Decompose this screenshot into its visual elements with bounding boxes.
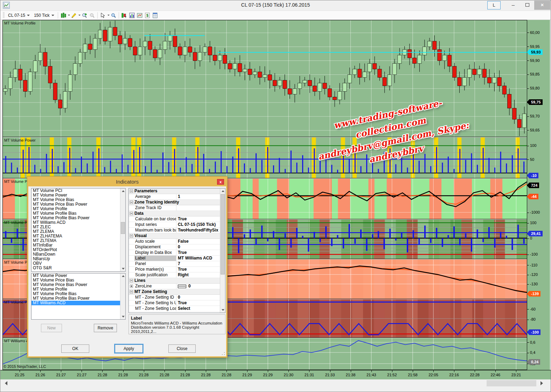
time-label: 21:27: [77, 373, 87, 377]
property-row[interactable]: Scale justificationRight: [129, 272, 225, 278]
list-scrollbar[interactable]: [120, 188, 125, 271]
price-marker: -10: [527, 173, 538, 178]
price-marker: -139: [527, 291, 540, 297]
search-icon[interactable]: [110, 12, 117, 19]
horizontal-scrollbar[interactable]: [0, 379, 551, 387]
new-button[interactable]: New: [41, 324, 62, 332]
snapshot-icon[interactable]: [136, 12, 144, 19]
instrument-selector[interactable]: CL 07-15: [6, 12, 32, 19]
property-category[interactable]: Parameters: [129, 188, 225, 194]
time-label: 21:27: [56, 373, 66, 377]
property-category[interactable]: Visual: [129, 233, 225, 239]
time-label: 21:28: [180, 373, 190, 377]
list-item[interactable]: OTG S&R: [32, 266, 125, 270]
minimize-button[interactable]: –: [506, 1, 520, 10]
axis-tick: -130: [527, 282, 538, 286]
copyright-text: © 2015 NinjaTrader, LLC: [4, 364, 46, 369]
time-label: 22:28: [470, 373, 480, 377]
zoom-in-icon[interactable]: [81, 12, 88, 19]
time-label: 21:28: [98, 373, 107, 377]
property-category[interactable]: Lines: [129, 278, 225, 284]
axis-tick: -60: [527, 307, 536, 311]
property-row[interactable]: Auto scaleFalse: [129, 239, 225, 244]
axis-tick: 59,70: [527, 114, 540, 118]
property-row[interactable]: Price marker(s)True: [129, 267, 225, 272]
property-row[interactable]: MT - Zone Setting LoaSelect: [129, 306, 225, 312]
price-marker: 29,41: [527, 231, 543, 236]
time-tick: [20, 370, 20, 372]
dialog-close-button[interactable]: x: [217, 179, 224, 185]
time-tick: [226, 370, 227, 372]
drawing-tools-icon[interactable]: [70, 12, 78, 19]
toolbar-grip[interactable]: [3, 12, 5, 19]
property-row[interactable]: Average1: [129, 194, 225, 200]
property-row[interactable]: Zone Track ID: [129, 205, 225, 211]
property-row[interactable]: MT - Zone Setting Is UTrue: [129, 300, 225, 306]
volume-bars-icon[interactable]: [128, 12, 136, 19]
axis-tick: 59,90: [527, 58, 540, 63]
price-marker: 724: [527, 183, 539, 188]
list-item[interactable]: NBarsUp: [32, 257, 125, 261]
indicator-description: Label MicroTrends Williams ACD - William…: [128, 314, 225, 334]
zoom-out-icon[interactable]: [88, 12, 96, 19]
price-marker: 59,75: [527, 99, 543, 105]
time-tick: [206, 370, 206, 372]
property-row[interactable]: Calculate on bar closeTrue: [129, 216, 225, 222]
property-category[interactable]: MT Zone Setting: [129, 289, 225, 295]
property-category[interactable]: Data: [129, 211, 225, 216]
dialog-resize-grip[interactable]: [222, 352, 225, 355]
list-item[interactable]: MT Williams ACD: [32, 301, 125, 305]
scrollbar-thumb[interactable]: [121, 222, 125, 234]
time-tick: [40, 370, 41, 372]
window-title: CL 07-15 (150 Tick) 17.06.2015: [0, 2, 551, 8]
chart-style-icon[interactable]: [60, 12, 67, 19]
property-row[interactable]: MT - Zone Setting ID0: [129, 295, 225, 300]
interval-selector[interactable]: 150 Tick: [32, 12, 56, 19]
time-tick: [351, 370, 351, 372]
indicators-dialog: Indicators x MT Volume PCIMT Volume Powe…: [27, 177, 227, 357]
available-indicators-list[interactable]: MT Volume PCIMT Volume PowerMT Volume Pr…: [31, 188, 126, 272]
databox-icon[interactable]: [151, 12, 159, 19]
remove-button[interactable]: Remove: [94, 324, 117, 332]
time-tick: [454, 370, 454, 372]
property-row[interactable]: ZeroLine0: [129, 284, 225, 289]
toolbar-separator: [119, 12, 119, 19]
time-tick: [123, 370, 124, 372]
list-scrollbar[interactable]: [120, 273, 125, 319]
time-tick: [61, 370, 61, 372]
close-dialog-button[interactable]: Close: [168, 344, 196, 353]
property-category[interactable]: Zone Tracking Identity: [129, 200, 225, 205]
time-label: 21:25: [15, 373, 25, 377]
property-row[interactable]: Display in Data BoxTrue: [129, 250, 225, 256]
apply-button[interactable]: Apply: [115, 344, 143, 353]
property-row[interactable]: Displacement0: [129, 244, 225, 250]
time-tick: [102, 370, 103, 372]
ok-button[interactable]: OK: [61, 344, 89, 353]
property-row[interactable]: Maximum bars look baTwoHundredFiftySix: [129, 228, 225, 233]
pointer-icon[interactable]: [99, 12, 107, 19]
properties-scrollbar[interactable]: [220, 188, 225, 313]
time-label: 21:38: [346, 373, 356, 377]
scroll-thumb[interactable]: [487, 380, 536, 386]
order-grid-icon[interactable]: [120, 12, 128, 19]
time-label: 21:28: [118, 373, 128, 377]
price-marker: -44: [527, 194, 538, 199]
property-row[interactable]: LabelMT Williams ACD: [129, 256, 225, 261]
maximize-button[interactable]: [520, 1, 534, 10]
time-label: 21:28: [139, 373, 149, 377]
scroll-left-arrow[interactable]: [5, 381, 7, 385]
axis-tick: 50: [527, 157, 534, 162]
dialog-title[interactable]: Indicators: [28, 178, 226, 186]
time-tick: [185, 370, 186, 372]
property-row[interactable]: Input seriesCL 07-15 (150 Tick): [129, 222, 225, 228]
link-button[interactable]: L: [487, 1, 501, 9]
axis-tick: 59,65: [527, 128, 540, 132]
dollar-icon[interactable]: $: [144, 12, 151, 19]
price-marker: -100: [527, 329, 540, 335]
toolbar: CL 07-15 150 Tick $: [0, 10, 551, 20]
close-button[interactable]: ×: [534, 1, 550, 10]
scroll-right-arrow[interactable]: [540, 381, 543, 385]
applied-indicators-list[interactable]: MT Volume PowerMT Volume Price BiasMT Vo…: [31, 273, 126, 320]
property-row[interactable]: Panel7: [129, 261, 225, 267]
properties-grid[interactable]: ParametersAverage1Zone Tracking Identity…: [128, 188, 225, 313]
